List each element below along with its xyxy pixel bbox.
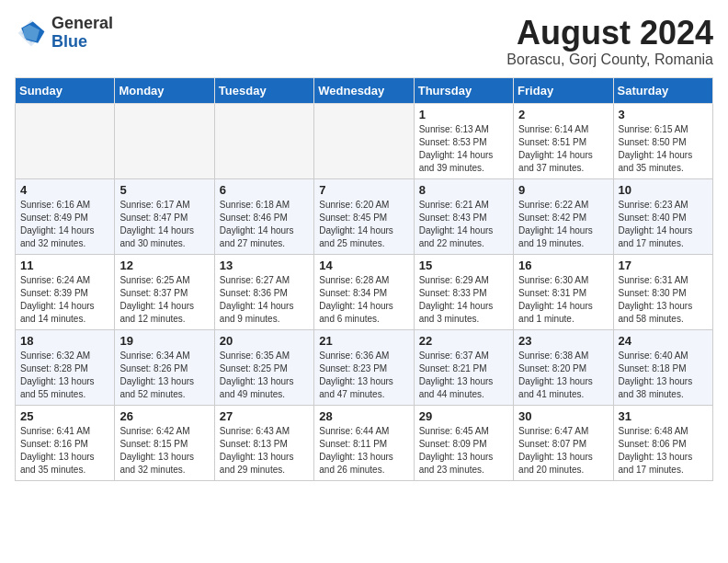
- day-info: Sunrise: 6:21 AM Sunset: 8:43 PM Dayligh…: [419, 199, 508, 250]
- day-info: Sunrise: 6:37 AM Sunset: 8:21 PM Dayligh…: [419, 350, 508, 401]
- day-number: 4: [20, 183, 109, 197]
- day-number: 3: [619, 108, 708, 121]
- day-info: Sunrise: 6:43 AM Sunset: 8:13 PM Dayligh…: [220, 425, 309, 477]
- calendar-day-cell: 21Sunrise: 6:36 AM Sunset: 8:23 PM Dayli…: [314, 329, 414, 405]
- day-of-week-header: Friday: [514, 77, 613, 103]
- day-info: Sunrise: 6:40 AM Sunset: 8:18 PM Dayligh…: [619, 350, 708, 401]
- day-number: 1: [419, 108, 508, 121]
- day-info: Sunrise: 6:22 AM Sunset: 8:42 PM Dayligh…: [518, 199, 608, 250]
- day-number: 2: [518, 108, 608, 121]
- day-info: Sunrise: 6:41 AM Sunset: 8:16 PM Dayligh…: [20, 425, 109, 477]
- calendar-day-cell: 11Sunrise: 6:24 AM Sunset: 8:39 PM Dayli…: [16, 254, 115, 329]
- day-number: 6: [220, 183, 309, 197]
- day-number: 11: [20, 259, 109, 272]
- day-info: Sunrise: 6:47 AM Sunset: 8:07 PM Dayligh…: [518, 425, 608, 477]
- calendar-day-cell: 23Sunrise: 6:38 AM Sunset: 8:20 PM Dayli…: [514, 329, 613, 405]
- calendar-day-cell: 4Sunrise: 6:16 AM Sunset: 8:49 PM Daylig…: [16, 178, 115, 254]
- day-info: Sunrise: 6:29 AM Sunset: 8:33 PM Dayligh…: [419, 274, 508, 326]
- calendar-day-cell: 5Sunrise: 6:17 AM Sunset: 8:47 PM Daylig…: [115, 178, 214, 254]
- logo-icon: [15, 17, 48, 50]
- day-info: Sunrise: 6:25 AM Sunset: 8:37 PM Dayligh…: [119, 274, 209, 326]
- calendar-day-cell: [214, 103, 313, 178]
- calendar-day-cell: 17Sunrise: 6:31 AM Sunset: 8:30 PM Dayli…: [613, 254, 712, 329]
- calendar-day-cell: 8Sunrise: 6:21 AM Sunset: 8:43 PM Daylig…: [414, 178, 513, 254]
- day-number: 5: [119, 183, 209, 197]
- day-of-week-header: Monday: [115, 77, 214, 103]
- day-info: Sunrise: 6:30 AM Sunset: 8:31 PM Dayligh…: [518, 274, 608, 326]
- day-number: 30: [518, 409, 608, 423]
- calendar-day-cell: 3Sunrise: 6:15 AM Sunset: 8:50 PM Daylig…: [613, 103, 712, 178]
- day-number: 28: [319, 409, 408, 423]
- day-number: 23: [518, 334, 608, 348]
- day-number: 7: [319, 183, 408, 197]
- calendar-day-cell: 10Sunrise: 6:23 AM Sunset: 8:40 PM Dayli…: [613, 178, 712, 254]
- day-number: 15: [419, 259, 508, 272]
- day-info: Sunrise: 6:23 AM Sunset: 8:40 PM Dayligh…: [619, 199, 708, 250]
- calendar-day-cell: 19Sunrise: 6:34 AM Sunset: 8:26 PM Dayli…: [115, 329, 214, 405]
- calendar-day-cell: 22Sunrise: 6:37 AM Sunset: 8:21 PM Dayli…: [414, 329, 513, 405]
- calendar-day-cell: 26Sunrise: 6:42 AM Sunset: 8:15 PM Dayli…: [115, 405, 214, 480]
- day-number: 29: [419, 409, 508, 423]
- day-number: 26: [119, 409, 209, 423]
- calendar-header-row: SundayMondayTuesdayWednesdayThursdayFrid…: [16, 77, 713, 103]
- calendar-day-cell: 6Sunrise: 6:18 AM Sunset: 8:46 PM Daylig…: [214, 178, 313, 254]
- calendar-day-cell: 30Sunrise: 6:47 AM Sunset: 8:07 PM Dayli…: [514, 405, 613, 480]
- day-number: 14: [319, 259, 408, 272]
- day-info: Sunrise: 6:35 AM Sunset: 8:25 PM Dayligh…: [220, 350, 309, 401]
- title-block: August 2024 Borascu, Gorj County, Romani…: [506, 15, 713, 68]
- day-info: Sunrise: 6:18 AM Sunset: 8:46 PM Dayligh…: [220, 199, 309, 250]
- day-info: Sunrise: 6:31 AM Sunset: 8:30 PM Dayligh…: [619, 274, 708, 326]
- calendar-day-cell: 15Sunrise: 6:29 AM Sunset: 8:33 PM Dayli…: [414, 254, 513, 329]
- day-number: 25: [20, 409, 109, 423]
- day-number: 10: [619, 183, 708, 197]
- day-number: 13: [220, 259, 309, 272]
- day-info: Sunrise: 6:38 AM Sunset: 8:20 PM Dayligh…: [518, 350, 608, 401]
- day-info: Sunrise: 6:15 AM Sunset: 8:50 PM Dayligh…: [619, 123, 708, 175]
- calendar-day-cell: 1Sunrise: 6:13 AM Sunset: 8:53 PM Daylig…: [414, 103, 513, 178]
- calendar-day-cell: 27Sunrise: 6:43 AM Sunset: 8:13 PM Dayli…: [214, 405, 313, 480]
- day-info: Sunrise: 6:44 AM Sunset: 8:11 PM Dayligh…: [319, 425, 408, 477]
- day-info: Sunrise: 6:42 AM Sunset: 8:15 PM Dayligh…: [119, 425, 209, 477]
- calendar-day-cell: [16, 103, 115, 178]
- page-header: General Blue August 2024 Borascu, Gorj C…: [15, 15, 713, 68]
- day-number: 24: [619, 334, 708, 348]
- day-number: 19: [119, 334, 209, 348]
- day-info: Sunrise: 6:24 AM Sunset: 8:39 PM Dayligh…: [20, 274, 109, 326]
- calendar-day-cell: 12Sunrise: 6:25 AM Sunset: 8:37 PM Dayli…: [115, 254, 214, 329]
- day-of-week-header: Tuesday: [214, 77, 313, 103]
- day-of-week-header: Saturday: [613, 77, 712, 103]
- calendar-week-row: 25Sunrise: 6:41 AM Sunset: 8:16 PM Dayli…: [16, 405, 713, 480]
- day-info: Sunrise: 6:16 AM Sunset: 8:49 PM Dayligh…: [20, 199, 109, 250]
- calendar-day-cell: 14Sunrise: 6:28 AM Sunset: 8:34 PM Dayli…: [314, 254, 414, 329]
- location-title: Borascu, Gorj County, Romania: [506, 52, 713, 68]
- day-number: 21: [319, 334, 408, 348]
- calendar-day-cell: 29Sunrise: 6:45 AM Sunset: 8:09 PM Dayli…: [414, 405, 513, 480]
- calendar-day-cell: 31Sunrise: 6:48 AM Sunset: 8:06 PM Dayli…: [613, 405, 712, 480]
- day-info: Sunrise: 6:17 AM Sunset: 8:47 PM Dayligh…: [119, 199, 209, 250]
- calendar-week-row: 1Sunrise: 6:13 AM Sunset: 8:53 PM Daylig…: [16, 103, 713, 178]
- calendar-day-cell: 25Sunrise: 6:41 AM Sunset: 8:16 PM Dayli…: [16, 405, 115, 480]
- logo-text: General Blue: [51, 15, 113, 52]
- day-number: 20: [220, 334, 309, 348]
- logo-blue: Blue: [51, 32, 87, 51]
- day-info: Sunrise: 6:14 AM Sunset: 8:51 PM Dayligh…: [518, 123, 608, 175]
- day-number: 17: [619, 259, 708, 272]
- calendar-day-cell: 24Sunrise: 6:40 AM Sunset: 8:18 PM Dayli…: [613, 329, 712, 405]
- day-number: 31: [619, 409, 708, 423]
- day-info: Sunrise: 6:20 AM Sunset: 8:45 PM Dayligh…: [319, 199, 408, 250]
- calendar-day-cell: [314, 103, 414, 178]
- day-info: Sunrise: 6:28 AM Sunset: 8:34 PM Dayligh…: [319, 274, 408, 326]
- calendar-day-cell: 28Sunrise: 6:44 AM Sunset: 8:11 PM Dayli…: [314, 405, 414, 480]
- calendar-day-cell: 9Sunrise: 6:22 AM Sunset: 8:42 PM Daylig…: [514, 178, 613, 254]
- day-number: 8: [419, 183, 508, 197]
- day-of-week-header: Sunday: [16, 77, 115, 103]
- logo: General Blue: [15, 15, 113, 52]
- day-of-week-header: Wednesday: [314, 77, 414, 103]
- calendar-day-cell: 2Sunrise: 6:14 AM Sunset: 8:51 PM Daylig…: [514, 103, 613, 178]
- calendar-day-cell: [115, 103, 214, 178]
- logo-general: General: [51, 14, 113, 32]
- calendar-week-row: 11Sunrise: 6:24 AM Sunset: 8:39 PM Dayli…: [16, 254, 713, 329]
- calendar-week-row: 18Sunrise: 6:32 AM Sunset: 8:28 PM Dayli…: [16, 329, 713, 405]
- day-number: 12: [119, 259, 209, 272]
- day-number: 27: [220, 409, 309, 423]
